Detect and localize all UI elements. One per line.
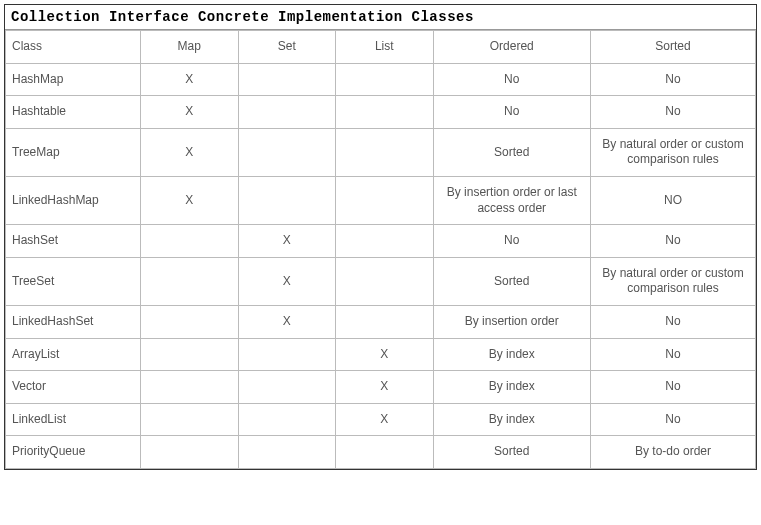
table-body: HashMap X No No Hashtable X No No TreeMa… [6,63,756,468]
cell-class: HashMap [6,63,141,96]
cell-set [238,338,336,371]
cell-list [336,305,434,338]
col-header-set: Set [238,31,336,64]
cell-list: X [336,338,434,371]
cell-set [238,176,336,224]
cell-class: LinkedList [6,403,141,436]
col-header-class: Class [6,31,141,64]
cell-sorted: No [591,338,756,371]
cell-list [336,436,434,469]
cell-sorted: No [591,305,756,338]
table-row: HashSet X No No [6,225,756,258]
collection-table-container: Collection Interface Concrete Implementa… [4,4,757,470]
table-row: LinkedHashMap X By insertion order or la… [6,176,756,224]
cell-set: X [238,305,336,338]
cell-sorted: No [591,371,756,404]
cell-sorted: No [591,403,756,436]
cell-sorted: No [591,96,756,129]
cell-class: TreeSet [6,257,141,305]
cell-set [238,96,336,129]
cell-set [238,128,336,176]
table-row: Hashtable X No No [6,96,756,129]
cell-list [336,225,434,258]
cell-class: PriorityQueue [6,436,141,469]
table-header-row: Class Map Set List Ordered Sorted [6,31,756,64]
cell-set: X [238,257,336,305]
cell-ordered: Sorted [433,128,591,176]
col-header-list: List [336,31,434,64]
cell-set [238,63,336,96]
table-row: TreeMap X Sorted By natural order or cus… [6,128,756,176]
cell-map: X [141,176,239,224]
cell-list: X [336,371,434,404]
cell-map [141,403,239,436]
cell-ordered: By insertion order or last access order [433,176,591,224]
cell-list [336,176,434,224]
cell-sorted: NO [591,176,756,224]
table-row: LinkedHashSet X By insertion order No [6,305,756,338]
cell-class: Hashtable [6,96,141,129]
col-header-ordered: Ordered [433,31,591,64]
cell-map [141,371,239,404]
cell-set [238,403,336,436]
table-row: Vector X By index No [6,371,756,404]
cell-set [238,371,336,404]
cell-ordered: No [433,96,591,129]
cell-ordered: By insertion order [433,305,591,338]
cell-list: X [336,403,434,436]
cell-sorted: By natural order or custom comparison ru… [591,257,756,305]
cell-map [141,436,239,469]
cell-sorted: No [591,63,756,96]
cell-ordered: No [433,225,591,258]
cell-map [141,257,239,305]
cell-map: X [141,128,239,176]
table-row: HashMap X No No [6,63,756,96]
cell-class: TreeMap [6,128,141,176]
cell-class: HashSet [6,225,141,258]
cell-ordered: No [433,63,591,96]
cell-class: Vector [6,371,141,404]
cell-ordered: By index [433,338,591,371]
col-header-sorted: Sorted [591,31,756,64]
cell-map: X [141,96,239,129]
cell-sorted: No [591,225,756,258]
cell-sorted: By to-do order [591,436,756,469]
cell-class: LinkedHashMap [6,176,141,224]
cell-list [336,128,434,176]
cell-map: X [141,63,239,96]
table-row: TreeSet X Sorted By natural order or cus… [6,257,756,305]
table-row: PriorityQueue Sorted By to-do order [6,436,756,469]
cell-class: ArrayList [6,338,141,371]
cell-ordered: Sorted [433,436,591,469]
cell-sorted: By natural order or custom comparison ru… [591,128,756,176]
cell-list [336,63,434,96]
cell-set [238,436,336,469]
col-header-map: Map [141,31,239,64]
cell-map [141,338,239,371]
cell-map [141,225,239,258]
table-title: Collection Interface Concrete Implementa… [5,5,756,30]
cell-list [336,96,434,129]
cell-ordered: By index [433,371,591,404]
cell-ordered: By index [433,403,591,436]
cell-map [141,305,239,338]
cell-class: LinkedHashSet [6,305,141,338]
collection-table: Class Map Set List Ordered Sorted HashMa… [5,30,756,469]
cell-list [336,257,434,305]
cell-set: X [238,225,336,258]
cell-ordered: Sorted [433,257,591,305]
table-row: ArrayList X By index No [6,338,756,371]
table-row: LinkedList X By index No [6,403,756,436]
